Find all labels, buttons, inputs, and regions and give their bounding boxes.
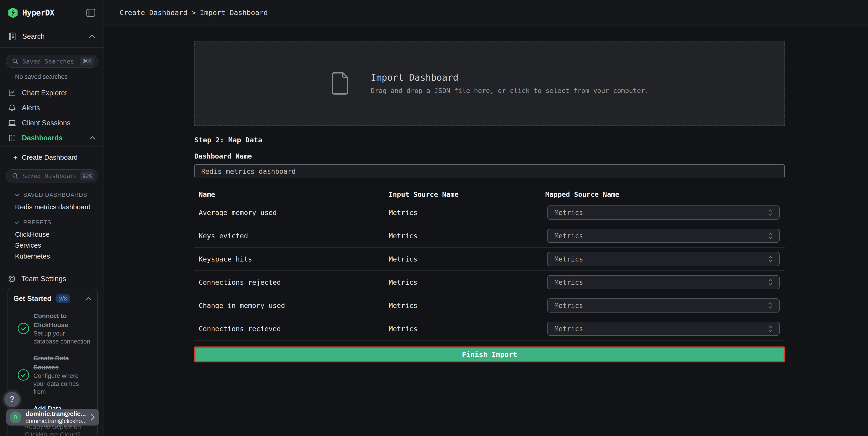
column-header-mapped-source: Mapped Source Name [545,191,785,198]
sidebar-item-dashboards[interactable]: Dashboards [0,130,103,146]
column-header-input-source: Input Source Name [389,191,545,198]
saved-searches-placeholder: Saved Searches [22,58,76,65]
step-title: Step 2: Map Data [194,136,785,144]
sidebar-item-alerts[interactable]: Alerts [0,100,103,116]
table-row: Keyspace hits Metrics Metrics [194,248,785,271]
chevron-right-icon [90,413,95,421]
json-dropzone[interactable]: Import Dashboard Drag and drop a JSON fi… [194,41,785,126]
row-input-source: Metrics [389,209,545,216]
get-started-item-title: Connect to ClickHouse [33,311,92,330]
check-circle-icon [13,369,33,381]
plus-icon: + [13,153,18,161]
get-started-progress-badge: 2/3 [56,294,70,303]
mapped-source-select[interactable]: Metrics [547,229,780,243]
sidebar-item-label: Alerts [22,104,40,112]
dashboard-item-redis[interactable]: Redis metrics dashboard [0,203,103,211]
dashboard-grid-icon [8,134,17,142]
dashboard-name-label: Dashboard Name [194,152,785,160]
column-header-name: Name [194,191,389,198]
get-started-item-title: Create Data Sources [33,354,92,372]
user-menu[interactable]: D dominic.tran@clic... dominic.tran@clic… [6,409,99,426]
topbar: Create Dashboard > Import Dashboard [104,0,868,26]
avatar: D [9,411,21,423]
preset-item-services[interactable]: Services [0,240,103,251]
chevron-up-icon[interactable] [89,136,96,140]
breadcrumb-separator: > [192,8,196,17]
row-name: Keys evicted [194,232,389,240]
row-name: Average memory used [194,209,389,216]
preset-item-kubernetes[interactable]: Kubernetes [0,251,103,262]
select-chevrons-icon [767,301,773,309]
select-chevrons-icon [767,209,773,216]
dashboard-name-input[interactable] [194,164,785,178]
mapped-source-value: Metrics [554,232,583,240]
row-input-source: Metrics [389,279,545,286]
bell-icon [8,104,17,112]
mapped-source-select[interactable]: Metrics [547,205,780,220]
app-logo[interactable]: HyperDX [8,7,54,19]
saved-dashboards-section-header[interactable]: SAVED DASHBOARDS [0,192,103,198]
team-settings-button[interactable]: Team Settings [0,272,103,285]
select-chevrons-icon [767,325,773,332]
hyperdx-logo-icon [8,7,18,19]
sidebar-item-label: Chart Explorer [22,89,67,97]
logo-row: HyperDX [0,0,103,26]
table-row: Change in memory used Metrics Metrics [194,294,785,317]
section-header-label: PRESETS [23,219,52,226]
mapped-source-select[interactable]: Metrics [547,252,780,266]
finish-import-button[interactable]: Finish Import [194,347,785,362]
row-input-source: Metrics [389,325,545,333]
dropzone-subtitle: Drag and drop a JSON file here, or click… [371,87,649,94]
gear-icon [8,275,16,283]
search-section-label: Search [22,32,44,40]
row-name: Connections rejected [194,279,389,286]
get-started-item-connect[interactable]: Connect to ClickHouse Set up your databa… [13,311,92,346]
row-input-source: Metrics [389,301,545,310]
preset-item-clickhouse[interactable]: ClickHouse [0,229,103,240]
dropzone-title: Import Dashboard [371,72,649,83]
saved-dashboards-input[interactable]: Saved Dashboards ⌘K [6,169,98,182]
create-dashboard-button[interactable]: + Create Dashboard [0,151,103,163]
check-circle-icon [13,322,33,335]
section-header-label: SAVED DASHBOARDS [23,192,87,198]
get-started-header[interactable]: Get Started 2/3 [13,294,92,303]
mapping-table-header: Name Input Source Name Mapped Source Nam… [194,188,785,201]
sidebar-item-client-sessions[interactable]: Client Sessions [0,116,103,130]
saved-dashboards-placeholder: Saved Dashboards [22,172,76,179]
mapped-source-select[interactable]: Metrics [547,275,780,289]
help-button[interactable]: ? [2,389,22,409]
create-dashboard-label: Create Dashboard [22,153,78,161]
main-content: Import Dashboard Drag and drop a JSON fi… [104,26,868,436]
chart-line-icon [8,89,17,97]
sidebar-section-search[interactable]: Search [0,26,103,48]
laptop-icon [8,119,17,127]
mapped-source-select[interactable]: Metrics [547,322,780,336]
row-input-source: Metrics [389,232,545,240]
breadcrumb-create-dashboard[interactable]: Create Dashboard [120,8,188,17]
sidebar-collapse-icon[interactable] [86,8,96,17]
shortcut-badge: ⌘K [80,171,94,180]
mapped-source-select[interactable]: Metrics [547,298,780,313]
sidebar: HyperDX Search [0,0,104,436]
saved-searches-input[interactable]: Saved Searches ⌘K [6,55,98,68]
chevron-up-icon[interactable] [85,297,92,301]
table-row: Connections recieved Metrics Metrics [194,317,785,341]
table-row: Keys evicted Metrics Metrics [194,224,785,248]
mapped-source-value: Metrics [554,209,583,216]
file-icon [330,72,350,95]
row-name: Keyspace hits [194,255,389,263]
chevron-down-icon [14,193,20,197]
get-started-item-sources[interactable]: Create Data Sources Configure where your… [13,354,92,396]
chevron-up-icon[interactable] [89,34,95,39]
mapped-source-value: Metrics [554,301,583,310]
presets-section-header[interactable]: PRESETS [0,219,103,226]
row-input-source: Metrics [389,255,545,263]
mapped-source-value: Metrics [554,255,583,263]
breadcrumb-import-dashboard: Import Dashboard [200,8,268,17]
get-started-item-desc: Set up your database connection [33,330,92,346]
sidebar-item-chart-explorer[interactable]: Chart Explorer [0,85,103,100]
sidebar-item-label: Dashboards [22,134,63,142]
app-title: HyperDX [22,8,54,17]
journal-icon [8,32,17,41]
table-row: Connections rejected Metrics Metrics [194,271,785,294]
